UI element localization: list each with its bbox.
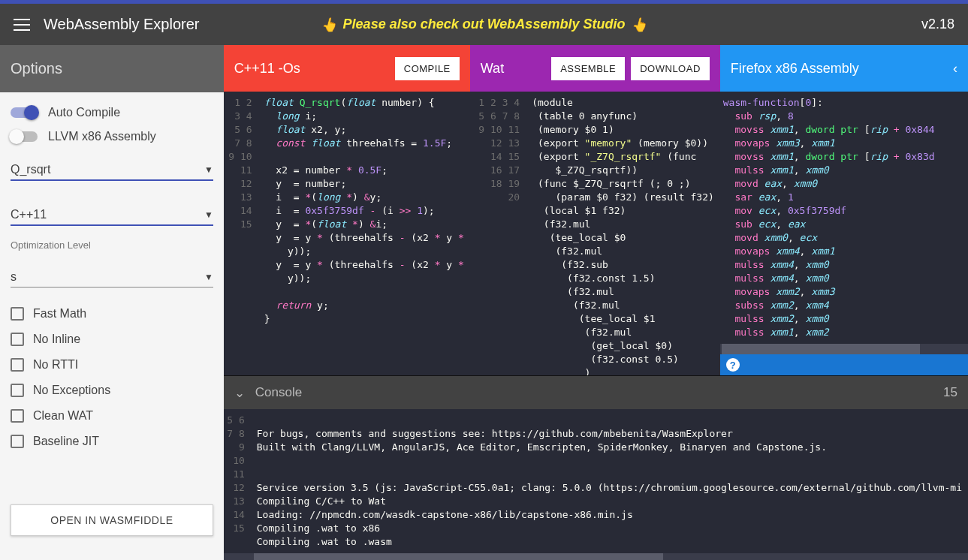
console-scrollbar[interactable] — [224, 553, 968, 560]
wat-editor[interactable]: 1 2 3 4 5 6 7 8 9 10 11 12 13 14 15 16 1… — [470, 92, 720, 375]
llvm-x86-toggle[interactable]: LLVM x86 Assembly — [11, 130, 213, 143]
checkbox-no-exceptions[interactable]: No Exceptions — [11, 384, 213, 397]
cpp-editor[interactable]: 1 2 3 4 5 6 7 8 9 10 11 12 13 14 15 floa… — [224, 92, 470, 375]
asm-scrollbar[interactable] — [720, 344, 968, 354]
download-button[interactable]: DOWNLOAD — [631, 57, 710, 80]
point-icon: 👆 — [631, 17, 647, 33]
dialect-select[interactable]: C++11 ▼ — [11, 203, 213, 226]
app-header: WebAssembly Explorer 👆 Please also check… — [0, 4, 968, 45]
opt-level-select[interactable]: s ▼ — [11, 266, 213, 288]
compile-button[interactable]: COMPILE — [395, 57, 460, 80]
chevron-down-icon: ▼ — [204, 209, 213, 220]
checkbox-clean-wat[interactable]: Clean WAT — [11, 409, 213, 423]
chevron-down-icon: ▼ — [204, 164, 213, 175]
help-icon[interactable]: ? — [726, 358, 740, 372]
console-body[interactable]: 5 6 7 8 9 10 11 12 13 14 15 For bugs, co… — [224, 409, 968, 553]
menu-icon[interactable] — [14, 19, 30, 31]
wat-pane: Wat ASSEMBLE DOWNLOAD 1 2 3 4 5 6 7 8 9 … — [470, 45, 720, 375]
chevron-down-icon[interactable]: ⌄ — [234, 385, 245, 401]
checkbox-no-rtti[interactable]: No RTTI — [11, 358, 213, 372]
open-wasmfiddle-button[interactable]: OPEN IN WASMFIDDLE — [11, 504, 213, 536]
auto-compile-toggle[interactable]: Auto Compile — [11, 106, 213, 119]
asm-title: Firefox x86 Assembly — [731, 61, 859, 77]
checkbox-fast-math[interactable]: Fast Math — [11, 307, 213, 321]
chevron-down-icon: ▼ — [204, 272, 213, 282]
assemble-button[interactable]: ASSEMBLE — [551, 57, 625, 80]
cpp-pane: C++11 -Os COMPILE 1 2 3 4 5 6 7 8 9 10 1… — [224, 45, 470, 375]
promo-banner[interactable]: 👆 Please also check out WebAssembly Stud… — [321, 17, 648, 33]
wat-title: Wat — [481, 61, 504, 77]
console-count: 15 — [943, 385, 957, 400]
cpp-title: C++11 -Os — [234, 61, 300, 77]
collapse-icon[interactable]: ‹ — [953, 61, 957, 77]
function-select[interactable]: Q_rsqrt ▼ — [11, 158, 213, 181]
options-title: Options — [0, 45, 224, 92]
version-label: v2.18 — [921, 17, 954, 32]
options-sidebar: Options Auto Compile LLVM x86 Assembly Q… — [0, 45, 224, 560]
point-icon: 👆 — [321, 17, 337, 33]
console-header: ⌄ Console 15 — [224, 376, 968, 409]
asm-editor[interactable]: wasm-function[0]: sub rsp, 8 movss xmm1,… — [720, 92, 968, 344]
asm-pane: Firefox x86 Assembly ‹ wasm-function[0]:… — [720, 45, 968, 375]
checkbox-no-inline[interactable]: No Inline — [11, 333, 213, 346]
console-title: Console — [255, 385, 302, 400]
opt-level-label: Optimization Level — [11, 239, 213, 251]
help-bar: ? — [720, 354, 968, 375]
app-title: WebAssembly Explorer — [44, 16, 199, 33]
checkbox-baseline-jit[interactable]: Baseline JIT — [11, 435, 213, 448]
